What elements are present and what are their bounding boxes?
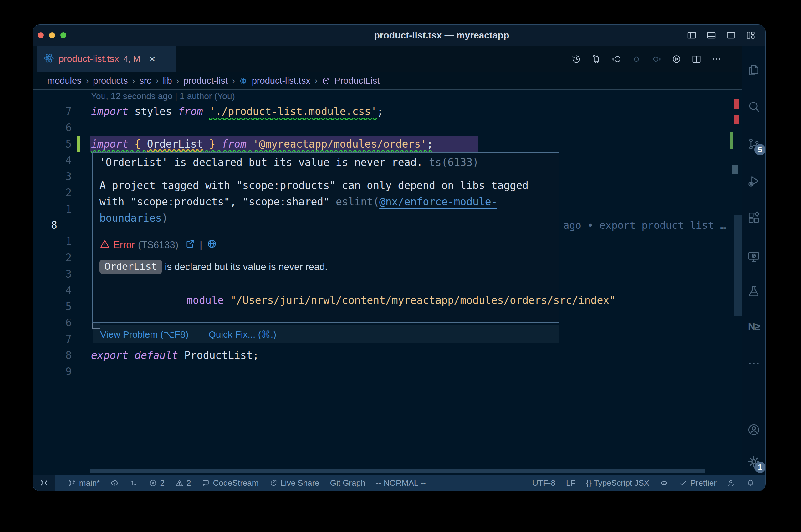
status-live-share[interactable]: Live Share [269,475,319,491]
breadcrumb-item-product-list[interactable]: product-list [183,76,228,86]
customize-layout-icon[interactable] [746,30,756,40]
person-check-icon [727,479,735,487]
warning-triangle-icon [99,239,110,252]
previous-change-icon[interactable] [631,54,642,64]
code-token: ; [427,138,433,150]
close-tab-icon[interactable]: × [149,54,156,64]
quick-fix-button[interactable]: Quick Fix... (⌘.) [208,329,276,340]
code-token: '@myreactapp/modules/orders' [253,138,427,150]
line-number[interactable]: 1 [33,201,72,217]
code-editor[interactable]: You, 12 seconds ago | 1 author (You) 'Or… [33,90,742,475]
line-number[interactable]: 3 [33,169,72,185]
line-number[interactable]: 6 [33,120,72,136]
activity-item-search[interactable] [747,100,761,113]
line-number[interactable]: 3 [33,266,72,282]
line-number[interactable]: 8 [33,347,72,363]
tab-product-list[interactable]: product-list.tsx 4, M × [37,46,177,72]
timeline-history-icon[interactable] [571,54,582,64]
code-line[interactable]: import styles from './product-list.modul… [91,103,383,120]
breadcrumb-item-products[interactable]: products [93,76,128,86]
copilot-icon [660,479,668,487]
activity-item-extensions[interactable] [747,211,761,225]
status-remote-indicator[interactable] [33,475,55,491]
minimize-window-button[interactable] [49,32,55,38]
globe-icon[interactable] [206,239,217,252]
activity-item-explorer[interactable] [747,63,761,77]
status-eol[interactable]: LF [566,475,576,491]
breadcrumb-separator: › [314,76,318,86]
status-sync-branch-status[interactable] [129,475,138,491]
nx-rule-link[interactable]: boundaries [99,212,162,224]
breadcrumb-item-product-list-tsx[interactable]: product-list.tsx [252,76,310,86]
activity-item-run-debug[interactable] [747,174,761,188]
status-codestream[interactable]: CodeStream [201,475,258,491]
horizontal-scrollbar[interactable] [90,469,705,473]
status-prettier[interactable]: Prettier [679,475,716,491]
status-problems-warnings[interactable]: 2 [175,475,191,491]
split-editor-icon[interactable] [691,54,702,64]
status-notifications[interactable] [746,475,755,491]
activity-item-settings[interactable]: 1 [747,455,761,469]
next-change-icon[interactable] [651,54,662,64]
activity-item-remote-explorer[interactable] [747,250,761,264]
breadcrumb-item-productlist[interactable]: ProductList [334,76,380,86]
status-vim-mode[interactable]: -- NORMAL -- [376,475,425,491]
activity-item-nx-console[interactable]: N≥ [748,321,760,332]
compare-changes-icon[interactable] [591,54,602,64]
tooltip-footer: View Problem (⌥F8) Quick Fix... (⌘.) [93,325,559,343]
line-number[interactable]: 4 [33,152,72,169]
line-number[interactable]: 5 [33,299,72,315]
breadcrumb-item-lib[interactable]: lib [163,76,172,86]
tooltip-resize-grip[interactable] [92,323,101,328]
code-token: } [209,138,216,150]
status-language-mode[interactable]: {} TypeScript JSX [586,475,649,491]
line-number-current[interactable]: 8 [51,217,90,233]
zoom-window-button[interactable] [60,32,66,38]
code-line[interactable]: export default ProductList; [91,347,259,363]
line-number[interactable]: 2 [33,185,72,201]
line-number[interactable]: 1 [33,233,72,250]
status-problems-errors[interactable]: 2 [149,475,164,491]
line-number[interactable]: 2 [33,250,72,266]
vertical-scrollbar[interactable] [734,215,742,316]
status-encoding[interactable]: UTF-8 [532,475,556,491]
line-number[interactable]: 7 [33,103,72,120]
status-problems-errors-label: 2 [160,478,164,488]
separator: | [198,240,203,250]
status-git-branch[interactable]: main* [68,475,100,491]
nx-rule-link[interactable]: @nx/enforce-module- [379,196,497,208]
symbol-badge: OrderList [99,260,162,274]
activity-item-testing[interactable] [747,284,761,298]
line-number[interactable]: 5 [33,136,72,152]
status-copilot[interactable] [660,475,668,491]
view-problem-button[interactable]: View Problem (⌥F8) [100,329,188,340]
code-token: styles [128,105,178,117]
run-circle-icon[interactable] [671,54,682,64]
share-icon [269,479,277,487]
external-link-icon[interactable] [185,239,195,252]
react-icon [239,77,248,86]
toggle-left-sidebar-icon[interactable] [687,30,697,40]
toggle-right-sidebar-icon[interactable] [726,30,736,40]
error-description: is declared but its value is never read. [162,261,328,272]
activity-item-account[interactable] [747,423,761,437]
line-number[interactable]: 4 [33,282,72,299]
breadcrumb-item-src[interactable]: src [139,76,151,86]
toggle-panel-icon[interactable] [706,30,716,40]
code-token: import [91,138,128,150]
overview-error-mark [734,115,739,125]
status-publish-changes[interactable] [110,475,119,491]
back-circle-icon[interactable] [611,54,622,64]
activity-item-source-control[interactable]: 5 [747,137,761,151]
breadcrumb-item-modules[interactable]: modules [47,76,82,86]
activity-item-more-views[interactable] [747,357,761,370]
line-number[interactable]: 6 [33,315,72,331]
line-number[interactable]: 9 [33,363,72,380]
code-line[interactable]: import { OrderList } from '@myreactapp/m… [91,136,433,152]
status-feedback[interactable] [727,475,735,491]
status-git-graph[interactable]: Git Graph [330,475,365,491]
close-window-button[interactable] [38,32,44,38]
more-actions-icon[interactable] [711,54,722,64]
window-layout-controls [687,25,756,46]
line-number[interactable]: 7 [33,331,72,347]
